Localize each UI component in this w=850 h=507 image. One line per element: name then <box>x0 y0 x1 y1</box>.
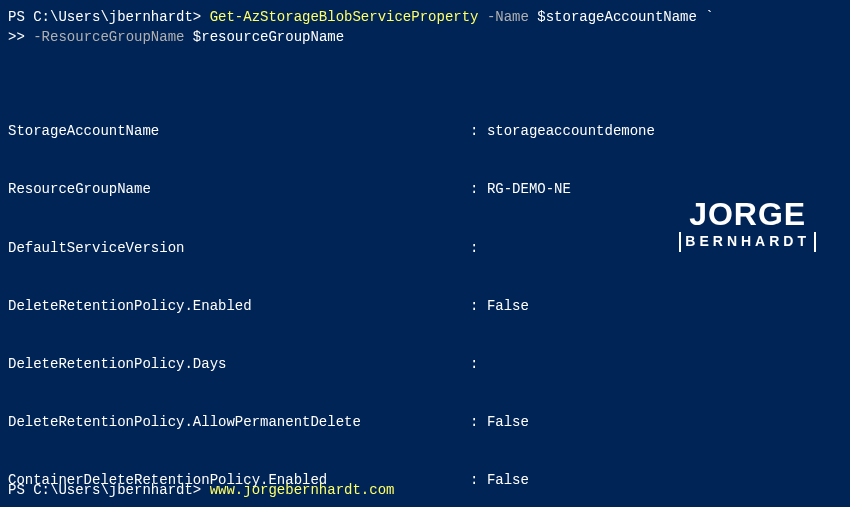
output-deleteretention-allowpermanent: DeleteRetentionPolicy.AllowPermanentDele… <box>8 413 842 432</box>
watermark-top-text: JORGE <box>679 198 816 230</box>
param-resourcegroup-flag: -ResourceGroupName <box>33 29 193 45</box>
watermark-bottom-text: BERNHARDT <box>679 232 816 252</box>
ps-prompt-bottom: PS C:\Users\jbernhardt> <box>8 482 210 498</box>
output-storageaccountname: StorageAccountName : storageaccountdemon… <box>8 122 842 141</box>
continuation-prompt: >> <box>8 29 33 45</box>
command-line-1[interactable]: PS C:\Users\jbernhardt> Get-AzStorageBlo… <box>8 8 842 28</box>
cmdlet-name: Get-AzStorageBlobServiceProperty <box>210 9 479 25</box>
ps-prompt: PS C:\Users\jbernhardt> <box>8 9 210 25</box>
output-deleteretention-enabled: DeleteRetentionPolicy.Enabled : False <box>8 297 842 316</box>
param-name-flag: -Name <box>478 9 537 25</box>
continuation-backtick: ` <box>697 9 714 25</box>
command-output: StorageAccountName : storageaccountdemon… <box>8 83 842 507</box>
url-text: www.jorgebernhardt.com <box>210 482 395 498</box>
watermark-logo: JORGE BERNHARDT <box>679 198 816 252</box>
bottom-prompt-line[interactable]: PS C:\Users\jbernhardt> www.jorgebernhar… <box>8 481 394 501</box>
variable-resourcegroup: $resourceGroupName <box>193 29 344 45</box>
variable-storage-account: $storageAccountName <box>537 9 697 25</box>
output-deleteretention-days: DeleteRetentionPolicy.Days : <box>8 355 842 374</box>
command-line-2[interactable]: >> -ResourceGroupName $resourceGroupName <box>8 28 842 48</box>
